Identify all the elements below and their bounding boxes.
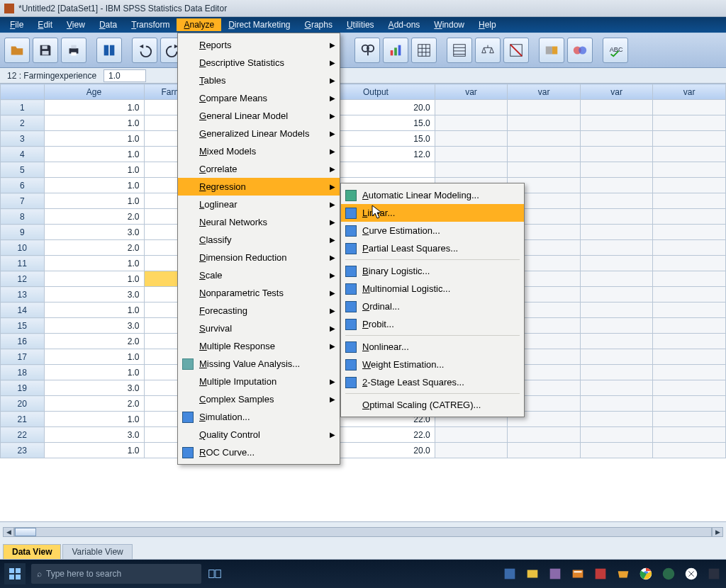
cell[interactable]: 1.0 xyxy=(44,131,144,147)
menu-item-dimension-reduction[interactable]: Dimension Reduction▶ xyxy=(178,249,340,266)
cell-empty[interactable] xyxy=(653,115,726,131)
cell-empty[interactable] xyxy=(653,193,726,209)
menu-item-survival[interactable]: Survival▶ xyxy=(178,320,340,337)
taskbar-app-icon[interactable] xyxy=(683,566,699,582)
use-sets-button[interactable] xyxy=(567,38,593,63)
menu-item-simulation[interactable]: Simulation... xyxy=(178,408,340,426)
cell[interactable]: 1.0 xyxy=(44,193,144,209)
menu-item-nonparametric-tests[interactable]: Nonparametric Tests▶ xyxy=(178,284,340,302)
row-number[interactable]: 7 xyxy=(1,193,45,209)
cell[interactable]: 3.0 xyxy=(44,287,144,303)
menu-item-nonlinear[interactable]: Nonlinear... xyxy=(341,338,524,356)
menu-item-complex-samples[interactable]: Complex Samples▶ xyxy=(178,390,340,408)
value-labels-button[interactable] xyxy=(539,38,564,63)
cell-empty[interactable] xyxy=(580,147,653,162)
open-button[interactable] xyxy=(4,38,30,63)
taskbar-app-icon[interactable] xyxy=(547,566,563,582)
row-number[interactable]: 15 xyxy=(1,318,45,334)
cell[interactable]: 2.0 xyxy=(44,334,144,349)
menu-edit[interactable]: Edit xyxy=(30,18,60,31)
table-row[interactable]: 51.0 xyxy=(1,162,726,178)
menu-view[interactable]: View xyxy=(60,18,92,31)
cell-empty[interactable] xyxy=(435,443,508,458)
cell[interactable]: 1.0 xyxy=(44,349,144,365)
cell-empty[interactable] xyxy=(580,396,653,412)
cell-empty[interactable] xyxy=(435,100,508,115)
menu-analyze[interactable]: Analyze xyxy=(177,18,221,31)
menu-item-probit[interactable]: Probit... xyxy=(341,315,524,333)
cell-empty[interactable] xyxy=(653,396,726,412)
menu-item-multiple-imputation[interactable]: Multiple Imputation▶ xyxy=(178,373,340,390)
cell-empty[interactable] xyxy=(580,349,653,365)
cell-empty[interactable] xyxy=(580,209,653,225)
row-number[interactable]: 1 xyxy=(1,100,45,115)
row-number[interactable]: 6 xyxy=(1,178,45,193)
row-number[interactable]: 8 xyxy=(1,209,45,225)
menu-item-ordinal[interactable]: Ordinal... xyxy=(341,298,524,315)
insert-cases-button[interactable] xyxy=(447,38,472,63)
cell[interactable]: 1.0 xyxy=(44,443,144,458)
cell[interactable]: 2.0 xyxy=(44,209,144,225)
spellcheck-button[interactable]: ABC xyxy=(603,38,628,63)
menu-item-quality-control[interactable]: Quality Control▶ xyxy=(178,426,340,443)
cell-empty[interactable] xyxy=(653,365,726,380)
table-row[interactable]: 21.01.015.0 xyxy=(1,115,726,131)
menu-item-missing-value-analysis[interactable]: Missing Value Analysis... xyxy=(178,355,340,373)
row-number[interactable]: 13 xyxy=(1,287,45,303)
cell-empty[interactable] xyxy=(508,427,581,443)
menu-item-mixed-models[interactable]: Mixed Models▶ xyxy=(178,142,340,160)
row-number[interactable]: 16 xyxy=(1,334,45,349)
taskbar-chrome-icon[interactable] xyxy=(638,566,654,582)
col-header[interactable]: var xyxy=(580,84,653,100)
cell-empty[interactable] xyxy=(580,115,653,131)
cell-empty[interactable] xyxy=(508,131,581,147)
cell-empty[interactable] xyxy=(580,318,653,334)
taskbar-app-icon[interactable] xyxy=(593,566,608,582)
menu-item-classify[interactable]: Classify▶ xyxy=(178,231,340,249)
menu-item-stage-least-squares[interactable]: 2-Stage Least Squares... xyxy=(341,373,524,391)
menu-item-weight-estimation[interactable]: Weight Estimation... xyxy=(341,356,524,373)
cell[interactable]: 1.0 xyxy=(44,147,144,162)
row-number[interactable]: 4 xyxy=(1,147,45,162)
col-header[interactable]: var xyxy=(435,84,508,100)
tab-variable-view[interactable]: Variable View xyxy=(62,544,132,559)
col-header[interactable]: var xyxy=(508,84,581,100)
cell-empty[interactable] xyxy=(580,100,653,115)
taskbar-app-icon[interactable] xyxy=(570,566,586,582)
task-view-icon[interactable] xyxy=(207,566,223,582)
table-row[interactable]: 11.01.020.0 xyxy=(1,100,726,115)
weight-button[interactable] xyxy=(475,38,501,63)
menu-item-tables[interactable]: Tables▶ xyxy=(178,72,340,89)
cell-ref-value[interactable]: 1.0 xyxy=(104,69,146,82)
cell-empty[interactable] xyxy=(653,240,726,256)
menu-item-neural-networks[interactable]: Neural Networks▶ xyxy=(178,213,340,231)
cell[interactable]: 1.0 xyxy=(44,162,144,178)
menu-item-generalized-linear-models[interactable]: Generalized Linear Models▶ xyxy=(178,125,340,142)
taskbar-app-icon[interactable] xyxy=(502,566,518,582)
cell-empty[interactable] xyxy=(653,256,726,271)
menu-item-optimal-scaling-catreg[interactable]: Optimal Scaling (CATREG)... xyxy=(341,396,524,414)
save-button[interactable] xyxy=(33,38,58,63)
menu-direct-marketing[interactable]: Direct Marketing xyxy=(221,18,297,31)
menu-item-roc-curve[interactable]: ROC Curve... xyxy=(178,443,340,461)
menu-transform[interactable]: Transform xyxy=(124,18,177,31)
cell[interactable]: 2.0 xyxy=(44,240,144,256)
cell-empty[interactable] xyxy=(653,427,726,443)
menu-item-general-linear-model[interactable]: General Linear Model▶ xyxy=(178,107,340,125)
cell[interactable]: 2.0 xyxy=(44,396,144,412)
menu-item-compare-means[interactable]: Compare Means▶ xyxy=(178,89,340,107)
cell-empty[interactable] xyxy=(580,131,653,147)
cell-empty[interactable] xyxy=(580,303,653,318)
row-number[interactable]: 22 xyxy=(1,427,45,443)
row-number[interactable]: 12 xyxy=(1,271,45,287)
table-row[interactable]: 31.01.015.0 xyxy=(1,131,726,147)
scroll-right-icon[interactable]: ▶ xyxy=(712,527,723,537)
row-number[interactable]: 10 xyxy=(1,240,45,256)
menu-item-scale[interactable]: Scale▶ xyxy=(178,266,340,284)
cell-empty[interactable] xyxy=(580,271,653,287)
cell-empty[interactable] xyxy=(653,225,726,240)
tab-data-view[interactable]: Data View xyxy=(3,544,61,559)
cell-empty[interactable] xyxy=(653,100,726,115)
chart-button[interactable] xyxy=(383,38,408,63)
cell-empty[interactable] xyxy=(435,427,508,443)
